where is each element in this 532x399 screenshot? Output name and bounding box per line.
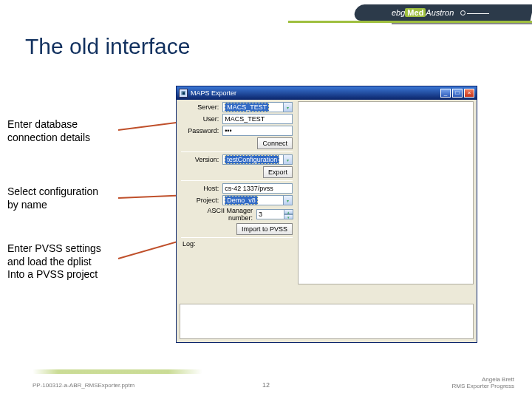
app-icon: ▣ [179,89,188,98]
user-field[interactable]: MACS_TEST [222,114,293,124]
project-combo[interactable]: Demo_v8 [222,195,284,205]
user-label: User: [181,115,222,123]
version-label: Version: [181,156,222,163]
brand-dot-icon [460,10,466,16]
annot-db: Enter database connection details [7,118,90,144]
window-titlebar[interactable]: ▣ MAPS Exporter _ □ × [177,86,477,100]
annot-cfg: Select configuration by name [7,185,98,211]
version-combo-dropdown-icon[interactable]: ▾ [284,154,293,165]
host-label: Host: [181,185,222,192]
project-combo-dropdown-icon[interactable]: ▾ [284,195,293,205]
password-value: ••• [225,127,231,134]
project-value: Demo_v8 [225,196,258,205]
ascii-spin-down-icon[interactable]: ▾ [284,214,293,219]
footer-filename: PP-100312-a-ABR_RMSExporter.pptm [33,382,134,389]
separator-2 [181,180,293,181]
annot-pvss: Enter PVSS settings and load the dplist … [7,242,101,282]
window-close-button[interactable]: × [464,89,474,98]
page-number: 12 [262,381,270,389]
footer-author-name: Angela Brett [452,376,514,383]
log-label: Log: [183,240,293,248]
password-label: Password: [181,127,222,134]
project-label: Project: [181,197,222,204]
preview-pane [298,101,474,284]
window-minimize-button[interactable]: _ [440,89,451,98]
server-value: MACS_TEST [225,103,269,112]
version-value: testConfiguration [225,155,279,164]
brand-suffix: Austron [426,8,454,17]
footer-author: Angela Brett RMS Exporter Progress [452,376,514,390]
connect-button[interactable]: Connect [257,137,293,149]
footer-presentation-name: RMS Exporter Progress [452,383,514,390]
import-button[interactable]: Import to PVSS [236,223,293,235]
brand-prefix: ebg [392,8,405,17]
server-label: Server: [181,103,222,111]
brand-underline-grey [392,23,532,24]
app-window: ▣ MAPS Exporter _ □ × Server: MACS_TEST … [176,86,477,343]
footer-accent-line [33,369,202,374]
host-value: cs-42 1337/pvss [225,185,273,192]
brand-highlight: Med [405,8,426,17]
separator-1 [181,151,293,152]
ascii-field[interactable]: 3 [256,209,284,219]
server-combo-dropdown-icon[interactable]: ▾ [284,102,293,112]
window-title: MAPS Exporter [191,89,236,97]
host-field[interactable]: cs-42 1337/pvss [222,183,293,194]
export-button[interactable]: Export [263,166,293,178]
server-combo[interactable]: MACS_TEST [222,102,284,112]
log-pane [180,304,474,339]
ascii-label: ASCII Manager number: [181,207,256,222]
separator-3 [181,237,293,238]
version-combo[interactable]: testConfiguration [222,154,284,165]
window-maximize-button[interactable]: □ [452,89,463,98]
password-field[interactable]: ••• [222,126,293,136]
ascii-value: 3 [259,211,262,218]
ascii-spin-up-icon[interactable]: ▴ [284,209,293,214]
brand-bar: ebgMedAustron [384,4,532,21]
slide-title: The old interface [25,34,190,59]
user-value: MACS_TEST [225,115,265,123]
